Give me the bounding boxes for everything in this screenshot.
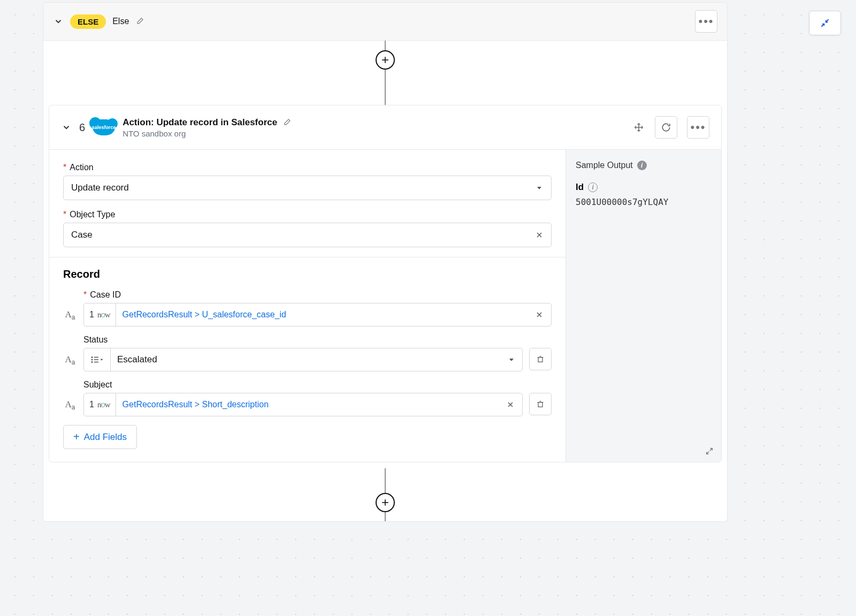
svg-point-13 [91, 362, 93, 363]
else-badge: ELSE [70, 14, 106, 29]
move-icon[interactable] [632, 121, 645, 134]
refresh-button[interactable] [655, 116, 677, 139]
record-row-caseid: Aa *Case ID 1 now GetRecordsResult > U_s… [63, 290, 552, 326]
action-title: Action: Update record in Salesforce [123, 117, 277, 128]
sample-id-value: 5001U00000s7gYLQAY [576, 197, 712, 207]
action-field-label: Action [70, 163, 93, 172]
add-step-button[interactable] [376, 493, 395, 512]
svg-line-26 [707, 452, 709, 454]
caseid-input[interactable]: 1 now GetRecordsResult > U_salesforce_ca… [83, 303, 552, 326]
action-subtitle: NTO sandbox org [123, 129, 291, 138]
expand-icon[interactable] [705, 447, 714, 455]
edit-icon[interactable] [282, 118, 291, 127]
status-select[interactable]: Escalated [83, 348, 523, 371]
svg-point-11 [91, 359, 93, 360]
chevron-down-icon[interactable] [53, 16, 64, 27]
chevron-down-icon[interactable] [61, 122, 72, 133]
info-icon[interactable]: i [588, 182, 598, 192]
text-type-icon: Aa [63, 354, 77, 371]
connector-line [43, 468, 727, 521]
more-menu-button[interactable]: ••• [687, 116, 709, 139]
collapse-panel-button[interactable] [809, 11, 841, 35]
action-header: 6 salesforce Action: Update record in Sa… [49, 105, 721, 150]
step-ref-number: 1 [89, 310, 94, 320]
clear-icon[interactable] [528, 310, 551, 319]
status-label: Status [83, 335, 108, 345]
subject-value: GetRecordsResult > Short_description [116, 400, 499, 409]
caseid-label: Case ID [90, 290, 121, 300]
svg-marker-15 [100, 359, 103, 361]
delete-field-button[interactable] [529, 348, 552, 370]
svg-marker-16 [509, 359, 514, 361]
record-row-subject: Aa Subject 1 now GetRecordsResult > Shor… [63, 380, 552, 416]
connector-line [43, 41, 727, 105]
status-value: Escalated [111, 354, 501, 365]
sample-output-title: Sample Output [576, 161, 633, 170]
svg-rect-22 [538, 402, 542, 407]
text-type-icon: Aa [63, 399, 77, 416]
object-type-label: Object Type [70, 210, 115, 219]
plus-icon: + [73, 431, 80, 443]
object-type-value: Case [71, 230, 93, 240]
add-step-button[interactable] [376, 50, 395, 70]
clear-icon[interactable] [499, 400, 522, 409]
caseid-value: GetRecordsResult > U_salesforce_case_id [116, 310, 528, 320]
record-heading: Record [63, 268, 552, 280]
sample-output-panel: Sample Output i Id i 5001U00000s7gYLQAY [566, 150, 721, 462]
step-ref-number: 1 [89, 400, 94, 409]
action-block: 6 salesforce Action: Update record in Sa… [49, 105, 722, 462]
action-select-value: Update record [71, 182, 129, 193]
svg-marker-4 [537, 187, 541, 189]
action-select[interactable]: Update record [63, 176, 552, 200]
svg-line-25 [710, 448, 713, 451]
info-icon[interactable]: i [637, 161, 647, 170]
flow-card: ELSE Else ••• 6 salesforce Action: Updat… [43, 2, 728, 522]
step-number: 6 [79, 121, 85, 134]
servicenow-icon: now [97, 310, 110, 320]
salesforce-icon: salesforce [93, 119, 115, 135]
caret-down-icon [535, 184, 544, 192]
svg-point-9 [91, 357, 93, 358]
form-column: *Action Update record *Object Type Case … [49, 150, 566, 462]
sample-id-label: Id [576, 182, 584, 193]
picklist-icon [84, 348, 111, 371]
object-type-input[interactable]: Case [63, 223, 552, 247]
text-type-icon: Aa [63, 309, 77, 326]
subject-input[interactable]: 1 now GetRecordsResult > Short_descripti… [83, 393, 523, 416]
add-fields-button[interactable]: + Add Fields [63, 425, 137, 449]
add-fields-label: Add Fields [84, 432, 127, 443]
servicenow-icon: now [97, 400, 110, 409]
svg-rect-17 [538, 358, 542, 362]
delete-field-button[interactable] [529, 393, 552, 415]
record-row-status: Aa Status Escalated [63, 335, 552, 371]
else-header: ELSE Else ••• [43, 3, 727, 41]
clear-icon[interactable] [535, 231, 544, 239]
more-menu-button[interactable]: ••• [695, 10, 717, 33]
edit-icon[interactable] [135, 17, 144, 26]
else-label: Else [112, 17, 129, 26]
subject-label: Subject [83, 380, 112, 390]
